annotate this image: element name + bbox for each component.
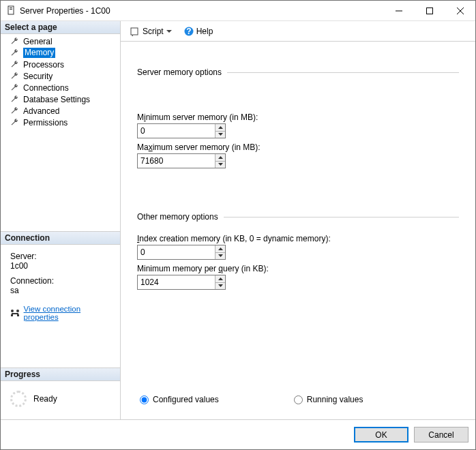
server-value: 1c00 bbox=[10, 261, 115, 271]
svg-rect-12 bbox=[131, 28, 138, 35]
server-memory-group: Server memory options bbox=[137, 68, 459, 77]
svg-rect-4 bbox=[426, 7, 432, 14]
spin-down-icon[interactable] bbox=[215, 253, 225, 260]
svg-rect-11 bbox=[17, 314, 19, 316]
svg-rect-1 bbox=[10, 7, 12, 8]
progress-status: Ready bbox=[33, 394, 57, 404]
index-memory-spinner[interactable] bbox=[137, 245, 226, 260]
configured-values-radio[interactable]: Configured values bbox=[140, 395, 219, 404]
help-button[interactable]: ? Help bbox=[181, 25, 216, 38]
page-item-security[interactable]: Security bbox=[1, 70, 120, 82]
spin-up-icon[interactable] bbox=[215, 245, 225, 253]
script-icon bbox=[130, 27, 140, 36]
index-memory-label: Index creation memory (in KB, 0 = dynami… bbox=[137, 234, 459, 243]
dialog-footer: OK Cancel bbox=[1, 419, 475, 449]
svg-rect-2 bbox=[10, 9, 12, 10]
cancel-button[interactable]: Cancel bbox=[414, 427, 468, 442]
connection-header: Connection bbox=[1, 231, 120, 245]
page-item-label: Permissions bbox=[23, 118, 68, 127]
min-query-memory-spinner[interactable] bbox=[137, 275, 226, 290]
page-list: GeneralMemoryProcessorsSecurityConnectio… bbox=[1, 34, 120, 132]
min-memory-input[interactable] bbox=[138, 124, 215, 138]
page-item-processors[interactable]: Processors bbox=[1, 59, 120, 70]
spin-up-icon[interactable] bbox=[215, 275, 225, 283]
values-radio-group: Configured values Running values bbox=[140, 395, 363, 404]
window-title-text: Server Properties - 1C00 bbox=[20, 6, 110, 16]
svg-point-8 bbox=[16, 310, 19, 312]
content-area: Server memory options Minimum server mem… bbox=[121, 42, 475, 419]
max-memory-spinner[interactable] bbox=[137, 153, 226, 168]
main-panel: Script ? Help Server memory options Mini… bbox=[121, 21, 475, 419]
other-memory-group: Other memory options bbox=[137, 212, 459, 222]
max-memory-input[interactable] bbox=[138, 154, 215, 168]
spin-down-icon[interactable] bbox=[215, 162, 225, 168]
spin-up-icon[interactable] bbox=[215, 154, 225, 162]
toolbar: Script ? Help bbox=[121, 21, 475, 42]
running-values-radio[interactable]: Running values bbox=[294, 395, 363, 404]
page-item-label: Memory bbox=[23, 48, 55, 58]
svg-rect-9 bbox=[12, 313, 18, 314]
min-query-memory-input[interactable] bbox=[138, 275, 215, 289]
select-page-header: Select a page bbox=[1, 21, 120, 34]
page-item-label: Processors bbox=[23, 60, 64, 70]
min-memory-label: Minimum server memory (in MB): bbox=[137, 112, 459, 122]
close-button[interactable] bbox=[445, 1, 475, 20]
ok-button[interactable]: OK bbox=[354, 427, 408, 442]
svg-text:?: ? bbox=[186, 27, 191, 36]
window-title: Server Properties - 1C00 bbox=[6, 5, 383, 16]
connection-panel: Server: 1c00 Connection: sa View connect… bbox=[1, 245, 120, 328]
page-item-database-settings[interactable]: Database Settings bbox=[1, 93, 120, 105]
page-item-general[interactable]: General bbox=[1, 35, 120, 47]
page-item-label: Advanced bbox=[23, 106, 59, 116]
dialog-window: Server Properties - 1C00 Select a page G… bbox=[0, 0, 476, 450]
index-memory-input[interactable] bbox=[138, 245, 215, 259]
server-icon bbox=[6, 5, 16, 15]
titlebar: Server Properties - 1C00 bbox=[1, 1, 475, 21]
spin-up-icon[interactable] bbox=[215, 124, 225, 132]
connection-value: sa bbox=[10, 286, 115, 295]
svg-rect-10 bbox=[11, 314, 13, 316]
page-item-advanced[interactable]: Advanced bbox=[1, 105, 120, 117]
min-memory-spinner[interactable] bbox=[137, 123, 226, 138]
spin-down-icon[interactable] bbox=[215, 283, 225, 290]
progress-header: Progress bbox=[1, 368, 120, 381]
page-item-label: General bbox=[23, 37, 53, 46]
minimize-button[interactable] bbox=[383, 1, 414, 20]
progress-spinner-icon bbox=[10, 391, 27, 407]
page-item-label: Security bbox=[23, 72, 53, 81]
page-item-label: Database Settings bbox=[23, 95, 90, 104]
progress-panel: Ready bbox=[1, 381, 120, 419]
server-label: Server: bbox=[10, 252, 115, 261]
help-icon: ? bbox=[184, 27, 194, 36]
spin-down-icon[interactable] bbox=[215, 132, 225, 138]
page-item-connections[interactable]: Connections bbox=[1, 82, 120, 93]
svg-rect-0 bbox=[8, 6, 14, 14]
page-item-label: Connections bbox=[23, 83, 69, 93]
page-item-permissions[interactable]: Permissions bbox=[1, 117, 120, 128]
maximize-button[interactable] bbox=[414, 1, 445, 20]
connection-properties-icon bbox=[10, 309, 20, 317]
svg-point-7 bbox=[11, 310, 14, 312]
sidebar: Select a page GeneralMemoryProcessorsSec… bbox=[1, 21, 121, 419]
script-button[interactable]: Script bbox=[128, 25, 177, 38]
connection-label: Connection: bbox=[10, 276, 115, 286]
min-query-memory-label: Minimum memory per query (in KB): bbox=[137, 264, 459, 273]
dropdown-icon bbox=[166, 29, 172, 34]
view-connection-properties-link[interactable]: View connection properties bbox=[24, 305, 115, 321]
max-memory-label: Maximum server memory (in MB): bbox=[137, 142, 459, 152]
page-item-memory[interactable]: Memory bbox=[1, 47, 120, 59]
